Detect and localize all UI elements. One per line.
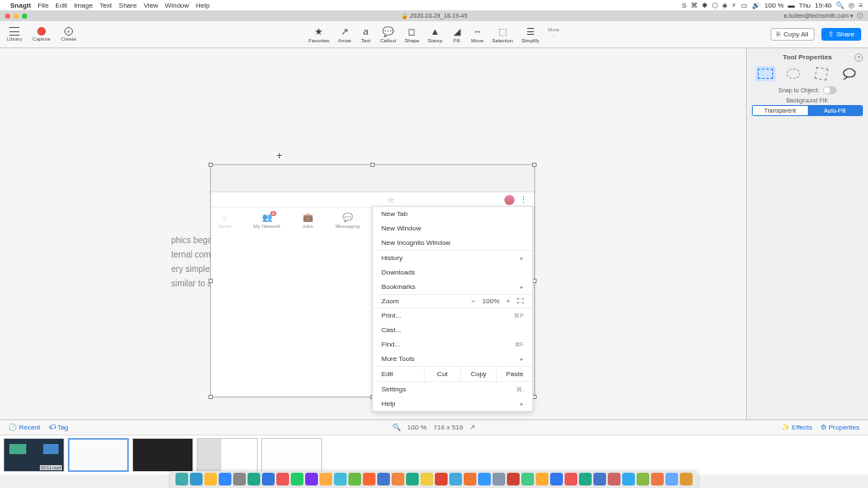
display-icon[interactable]: ▭ xyxy=(741,2,748,9)
help-icon[interactable]: ? xyxy=(854,53,863,62)
tool-stamp[interactable]: ▲Stamp xyxy=(428,25,442,43)
menu-help[interactable]: Help xyxy=(196,2,209,9)
dock-app-icon[interactable] xyxy=(449,473,462,485)
seg-autofill[interactable]: Auto-Fill xyxy=(808,106,863,115)
maximize-icon[interactable] xyxy=(22,14,27,19)
menu-file[interactable]: File xyxy=(37,2,48,9)
tool-favorites[interactable]: ★Favorites xyxy=(309,25,330,43)
dock-app-icon[interactable] xyxy=(593,473,606,485)
dock-app-icon[interactable] xyxy=(291,473,303,485)
tag-button[interactable]: 🏷 Tag xyxy=(49,424,69,431)
shape-rect[interactable] xyxy=(755,66,776,81)
dock-app-icon[interactable] xyxy=(608,473,620,485)
dock-app-icon[interactable] xyxy=(175,473,188,485)
dock-app-icon[interactable] xyxy=(204,473,217,485)
bookmark-star-icon[interactable]: ☆ xyxy=(387,196,394,204)
menu-help-sub[interactable]: Help▸ xyxy=(373,396,532,411)
dock-app-icon[interactable] xyxy=(622,473,635,485)
dock-app-icon[interactable] xyxy=(435,473,448,485)
menu-find[interactable]: Find...⌘F xyxy=(373,337,532,352)
properties-button[interactable]: ⚙ Properties xyxy=(821,424,860,431)
wifi-icon[interactable]: ⚡︎ xyxy=(732,2,737,9)
shape-ellipse[interactable] xyxy=(783,66,804,81)
dock-app-icon[interactable] xyxy=(478,473,491,485)
tool-simplify[interactable]: ☰Simplify xyxy=(521,25,539,43)
nav-home[interactable]: ⌂Home xyxy=(218,213,231,229)
thumbnail[interactable] xyxy=(132,438,193,472)
dock-app-icon[interactable] xyxy=(334,473,347,485)
tool-arrow[interactable]: ↗Arrow xyxy=(338,25,352,43)
menu-text[interactable]: Text xyxy=(99,2,112,9)
menu-paste[interactable]: Paste xyxy=(496,367,532,381)
control-center-icon[interactable]: ◎ xyxy=(849,2,854,9)
snap-toggle[interactable] xyxy=(823,86,837,94)
dock-app-icon[interactable] xyxy=(219,473,231,485)
account-label[interactable]: a.bollen@techsmith.com ▾ ⓘ xyxy=(783,12,863,20)
bg-fill-segment[interactable]: Transparent Auto-Fill xyxy=(752,105,863,116)
menu-edit[interactable]: Edit xyxy=(55,2,67,9)
effects-button[interactable]: ✨ Effects xyxy=(782,424,813,431)
resize-handle[interactable] xyxy=(370,163,375,167)
tool-more[interactable]: More… xyxy=(548,27,559,38)
menu-copy[interactable]: Copy xyxy=(460,367,497,381)
tool-move[interactable]: ↔Move xyxy=(471,25,484,43)
tool-shape[interactable]: ◻︎Shape xyxy=(404,25,419,43)
dock-app-icon[interactable] xyxy=(492,473,505,485)
library-button[interactable]: Library xyxy=(7,27,22,42)
thumbnail[interactable] xyxy=(197,438,258,472)
dock-app-icon[interactable] xyxy=(579,473,592,485)
nav-messaging[interactable]: 💬Messaging xyxy=(335,213,359,229)
thumbnail[interactable] xyxy=(68,438,129,472)
menu-more-tools[interactable]: More Tools▸ xyxy=(373,352,532,366)
zoom-icon[interactable]: 🔍 xyxy=(392,424,401,431)
menu-downloads[interactable]: Downloads xyxy=(373,265,532,280)
captured-image[interactable]: ☆ ⋮ ⌂Home 👥9My Network 💼Jobs 💬Messaging … xyxy=(210,164,535,397)
zoom-out-button[interactable]: − xyxy=(471,297,476,305)
app-name[interactable]: Snagit xyxy=(10,2,31,9)
expand-icon[interactable]: ↗ xyxy=(470,424,476,431)
menu-new-tab[interactable]: New Tab xyxy=(373,207,532,221)
dock-app-icon[interactable] xyxy=(305,473,318,485)
dock-app-icon[interactable] xyxy=(651,473,664,485)
capture-button[interactable]: Capture xyxy=(32,27,50,42)
dock-app-icon[interactable] xyxy=(536,473,548,485)
dock-app-icon[interactable] xyxy=(420,473,433,485)
dock-app-icon[interactable] xyxy=(348,473,361,485)
notifications-icon[interactable]: ≡ xyxy=(859,2,863,9)
fullscreen-icon[interactable]: ⛶ xyxy=(517,297,524,305)
dock-app-icon[interactable] xyxy=(550,473,563,485)
zoom-in-button[interactable]: + xyxy=(506,297,510,305)
menu-new-window[interactable]: New Window xyxy=(373,221,532,236)
dock-app-icon[interactable] xyxy=(363,473,376,485)
dock-app-icon[interactable] xyxy=(190,473,203,485)
dock-app-icon[interactable] xyxy=(233,473,246,485)
menu-image[interactable]: Image xyxy=(74,2,92,9)
dock-app-icon[interactable] xyxy=(565,473,577,485)
dock-app-icon[interactable] xyxy=(406,473,419,485)
share-button[interactable]: ⇪Share xyxy=(821,28,861,41)
menu-view[interactable]: View xyxy=(143,2,158,9)
menu-window[interactable]: Window xyxy=(165,2,189,9)
dock-app-icon[interactable] xyxy=(637,473,649,485)
clock-time[interactable]: 19:46 xyxy=(815,2,832,9)
menu-cast[interactable]: Cast... xyxy=(373,323,532,337)
resize-handle[interactable] xyxy=(532,163,537,167)
volume-icon[interactable]: 🔊 xyxy=(752,2,760,9)
tool-selection[interactable]: ⬚Selection xyxy=(492,25,514,43)
dock-app-icon[interactable] xyxy=(464,473,476,485)
dock-app-icon[interactable] xyxy=(392,473,404,485)
menu-new-incognito[interactable]: New Incognito Window xyxy=(373,236,532,250)
menu-share[interactable]: Share xyxy=(119,2,136,9)
menu-history[interactable]: History▸ xyxy=(373,251,532,265)
shape-polygon[interactable] xyxy=(811,66,832,81)
menu-cut[interactable]: Cut xyxy=(424,367,460,381)
copy-all-button[interactable]: ⎘Copy All xyxy=(771,28,814,41)
dock-app-icon[interactable] xyxy=(262,473,275,485)
clock-day[interactable]: Thu xyxy=(799,2,811,9)
nav-jobs[interactable]: 💼Jobs xyxy=(303,213,314,229)
seg-transparent[interactable]: Transparent xyxy=(753,106,808,115)
minimize-icon[interactable] xyxy=(14,14,19,19)
browser-menu-icon[interactable]: ⋮ xyxy=(520,196,527,204)
dock-app-icon[interactable] xyxy=(680,473,693,485)
nav-network[interactable]: 👥9My Network xyxy=(253,213,281,229)
